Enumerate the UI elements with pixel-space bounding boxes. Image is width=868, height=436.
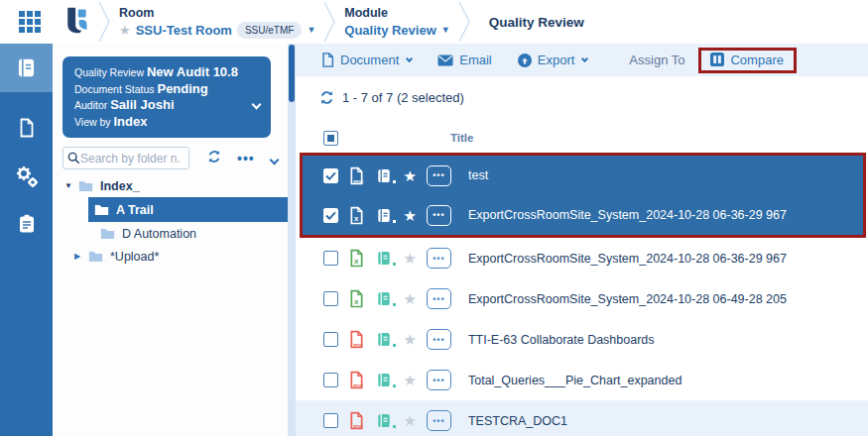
document-book-icon bbox=[377, 207, 396, 224]
room-dropdown-icon[interactable]: ▼ bbox=[307, 24, 315, 36]
sidebar-item-gears-icon[interactable] bbox=[0, 155, 53, 198]
top-header: Room ★ SSU-Test Room SSU/eTMF ▼ Module Q… bbox=[0, 0, 868, 44]
file-type-icon: PDF x bbox=[349, 411, 364, 430]
folder-search-box bbox=[62, 147, 189, 169]
document-title[interactable]: Total_Queries___Pie_Chart_expanded bbox=[468, 374, 682, 387]
row-checkbox[interactable] bbox=[323, 168, 338, 183]
document-row[interactable]: PDF x ★ ••• TTI-E-63 Collaborate Dashboa… bbox=[296, 319, 868, 360]
tree-folder-label: A Trail bbox=[116, 203, 154, 217]
row-more-actions-button[interactable]: ••• bbox=[427, 329, 451, 350]
document-title[interactable]: ExportCrossRoomSite_System_2024-10-28 06… bbox=[468, 292, 787, 306]
quality-review-info-card[interactable]: Quality Review New Audit 10.8 Document S… bbox=[62, 56, 271, 138]
folder-search-input[interactable] bbox=[80, 152, 180, 165]
file-type-icon: PDF x bbox=[349, 371, 364, 389]
file-type-icon: PDF x bbox=[349, 206, 364, 225]
document-row[interactable]: PDF x ★ ••• ExportCrossRoomSite_System_2… bbox=[303, 195, 863, 235]
select-all-checkbox[interactable] bbox=[323, 131, 338, 146]
folder-tree: ▼ Index_ A Trail D Automation ▶ *Upload* bbox=[53, 174, 288, 268]
results-refresh-icon[interactable] bbox=[319, 90, 334, 105]
excel-file-icon: x bbox=[349, 206, 364, 225]
document-title[interactable]: test bbox=[468, 168, 488, 182]
row-checkbox[interactable] bbox=[323, 208, 338, 223]
favorite-star-icon[interactable]: ★ bbox=[404, 373, 417, 387]
row-more-actions-button[interactable]: ••• bbox=[427, 248, 451, 269]
page-title: Quality Review bbox=[489, 15, 584, 30]
row-checkbox[interactable] bbox=[323, 291, 338, 306]
room-label: Room bbox=[119, 5, 315, 22]
document-title[interactable]: ExportCrossRoomSite_System_2024-10-28 06… bbox=[468, 208, 787, 222]
card-label: Quality Review bbox=[74, 66, 144, 78]
panel-divider[interactable] bbox=[288, 44, 296, 436]
title-column-header[interactable]: Title bbox=[450, 132, 473, 144]
row-checkbox[interactable] bbox=[323, 332, 338, 347]
assign-to-button[interactable]: Assign To bbox=[629, 53, 684, 67]
main-content: Document Email Export bbox=[296, 44, 868, 436]
export-menu-chevron-icon bbox=[581, 54, 588, 61]
document-row[interactable]: PDF x ★ ••• test bbox=[303, 156, 863, 195]
row-more-actions-button[interactable]: ••• bbox=[427, 370, 451, 390]
export-menu-button[interactable]: Export bbox=[518, 53, 588, 67]
document-row[interactable]: PDF x ★ ••• TESTCRA_DOC1 bbox=[296, 400, 868, 436]
tree-folder-item[interactable]: D Automation bbox=[100, 222, 288, 245]
sidebar-item-clipboard-icon[interactable] bbox=[0, 202, 53, 246]
module-dropdown-icon[interactable]: ▼ bbox=[441, 24, 450, 36]
document-menu-button[interactable]: Document bbox=[321, 53, 412, 67]
breadcrumb-separator bbox=[323, 1, 336, 43]
file-type-icon: PDF x bbox=[349, 330, 364, 349]
document-icon bbox=[321, 53, 334, 67]
panel-more-options-icon[interactable]: ••• bbox=[237, 151, 255, 166]
module-name[interactable]: Quality Review bbox=[344, 22, 435, 40]
document-row[interactable]: PDF x ★ ••• ExportCrossRoomSite_System_2… bbox=[296, 238, 868, 278]
favorite-star-icon[interactable]: ★ bbox=[404, 291, 417, 306]
favorite-star-icon[interactable]: ★ bbox=[404, 251, 417, 266]
book-dot-indicator bbox=[393, 425, 396, 428]
favorite-star-icon[interactable]: ★ bbox=[404, 332, 417, 347]
tree-expander-icon[interactable]: ▶ bbox=[74, 252, 88, 261]
room-name[interactable]: SSU-Test Room bbox=[136, 22, 232, 40]
document-book-icon bbox=[377, 290, 396, 307]
email-button[interactable]: Email bbox=[437, 53, 492, 67]
tree-folder-item[interactable]: A Trail bbox=[88, 197, 288, 222]
card-chevron-down-icon[interactable] bbox=[253, 94, 260, 112]
document-row[interactable]: PDF x ★ ••• ExportCrossRoomSite_System_2… bbox=[296, 278, 868, 319]
export-menu-label: Export bbox=[538, 53, 575, 67]
favorite-star-icon[interactable]: ★ bbox=[404, 413, 417, 428]
panel-collapse-chevron-icon[interactable] bbox=[271, 150, 278, 167]
favorite-star-icon[interactable]: ★ bbox=[404, 208, 417, 223]
row-more-actions-button[interactable]: ••• bbox=[427, 205, 451, 226]
document-title[interactable]: TTI-E-63 Collaborate Dashboards bbox=[468, 333, 655, 347]
file-type-icon: PDF x bbox=[349, 249, 364, 268]
compare-button[interactable]: Compare bbox=[710, 53, 783, 67]
pdf-file-icon: PDF bbox=[349, 411, 364, 430]
panel-refresh-icon[interactable] bbox=[207, 150, 221, 167]
tree-folder-item[interactable]: ▶ *Upload* bbox=[74, 245, 288, 268]
row-checkbox[interactable] bbox=[323, 251, 338, 266]
app-logo-icon[interactable] bbox=[62, 5, 90, 39]
svg-text:PDF: PDF bbox=[353, 343, 363, 349]
row-more-actions-button[interactable]: ••• bbox=[427, 165, 451, 186]
row-more-actions-button[interactable]: ••• bbox=[427, 288, 451, 309]
favorite-star-icon[interactable]: ★ bbox=[404, 168, 417, 183]
breadcrumb-module: Module Quality Review ▼ bbox=[344, 5, 449, 39]
folder-icon bbox=[100, 227, 115, 240]
document-row[interactable]: PDF x ★ ••• Total_Queries___Pie_Chart_ex… bbox=[296, 360, 868, 400]
sidebar-item-file-icon[interactable] bbox=[0, 106, 53, 150]
document-book-icon bbox=[377, 412, 396, 429]
excel-file-icon: x bbox=[349, 249, 364, 268]
sidebar-item-documents-book-icon[interactable] bbox=[0, 44, 53, 92]
row-checkbox[interactable] bbox=[323, 413, 338, 428]
row-more-actions-button[interactable]: ••• bbox=[427, 410, 451, 431]
selected-rows-annotation-red-box: PDF x ★ ••• test bbox=[300, 153, 866, 238]
book-dot-indicator bbox=[393, 303, 396, 306]
app-grid-icon[interactable] bbox=[15, 7, 45, 37]
row-checkbox[interactable] bbox=[323, 373, 338, 387]
document-menu-chevron-icon bbox=[406, 54, 413, 61]
tree-folder-item[interactable]: ▼ Index_ bbox=[64, 174, 288, 197]
document-title[interactable]: TESTCRA_DOC1 bbox=[468, 414, 567, 428]
panel-scrollbar-thumb[interactable] bbox=[289, 45, 295, 102]
document-menu-label: Document bbox=[340, 53, 399, 67]
tree-expander-icon[interactable]: ▼ bbox=[64, 181, 78, 190]
document-title[interactable]: ExportCrossRoomSite_System_2024-10-28 06… bbox=[468, 252, 787, 266]
breadcrumb-separator bbox=[98, 1, 111, 43]
favorite-star-icon[interactable]: ★ bbox=[119, 22, 131, 40]
